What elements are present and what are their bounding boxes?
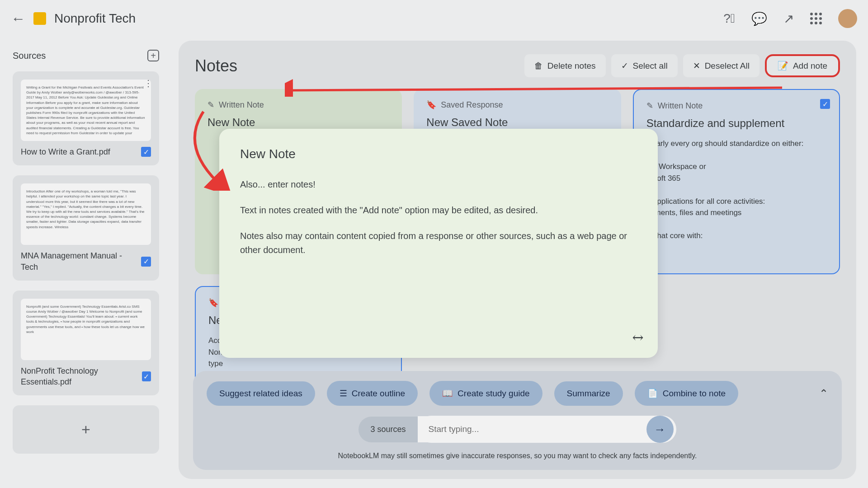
- modal-body[interactable]: Also... enter notes! Text in notes creat…: [240, 178, 637, 257]
- new-note-modal: New Note Also... enter notes! Text in no…: [219, 129, 658, 358]
- modal-title: New Note: [240, 147, 637, 161]
- collapse-icon[interactable]: ⤡: [628, 328, 647, 347]
